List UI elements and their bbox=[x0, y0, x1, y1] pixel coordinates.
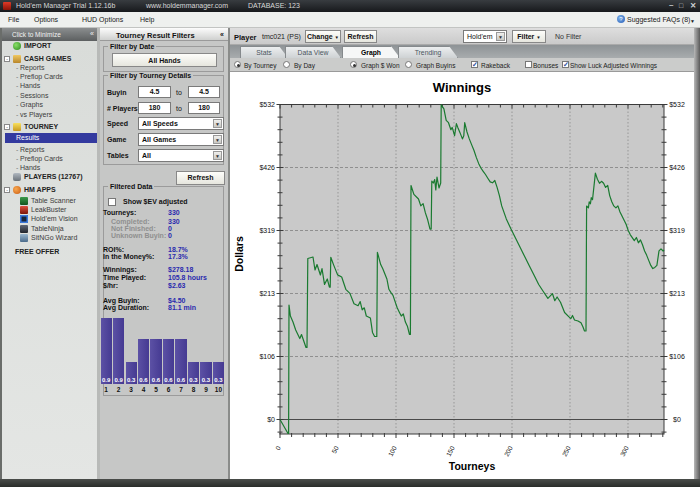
svg-text:$426: $426 bbox=[669, 164, 685, 171]
svg-text:Tourneys: Tourneys bbox=[449, 460, 496, 472]
svg-text:$426: $426 bbox=[259, 164, 275, 171]
svg-text:150: 150 bbox=[445, 444, 456, 457]
svg-text:200: 200 bbox=[503, 444, 514, 457]
svg-text:$532: $532 bbox=[259, 101, 275, 108]
svg-text:250: 250 bbox=[561, 444, 572, 457]
svg-text:50: 50 bbox=[330, 444, 340, 454]
svg-text:$213: $213 bbox=[669, 290, 685, 297]
svg-text:$106: $106 bbox=[669, 353, 685, 360]
svg-text:$319: $319 bbox=[669, 227, 685, 234]
svg-text:$319: $319 bbox=[259, 227, 275, 234]
svg-text:Winnings: Winnings bbox=[433, 80, 491, 95]
svg-text:$213: $213 bbox=[259, 290, 275, 297]
svg-text:$106: $106 bbox=[259, 353, 275, 360]
svg-text:Dollars: Dollars bbox=[233, 236, 245, 272]
svg-text:0: 0 bbox=[274, 444, 282, 451]
svg-text:100: 100 bbox=[387, 444, 398, 457]
svg-text:$0: $0 bbox=[673, 416, 681, 423]
svg-text:300: 300 bbox=[619, 444, 630, 457]
svg-text:$532: $532 bbox=[669, 101, 685, 108]
svg-text:$0: $0 bbox=[267, 416, 275, 423]
